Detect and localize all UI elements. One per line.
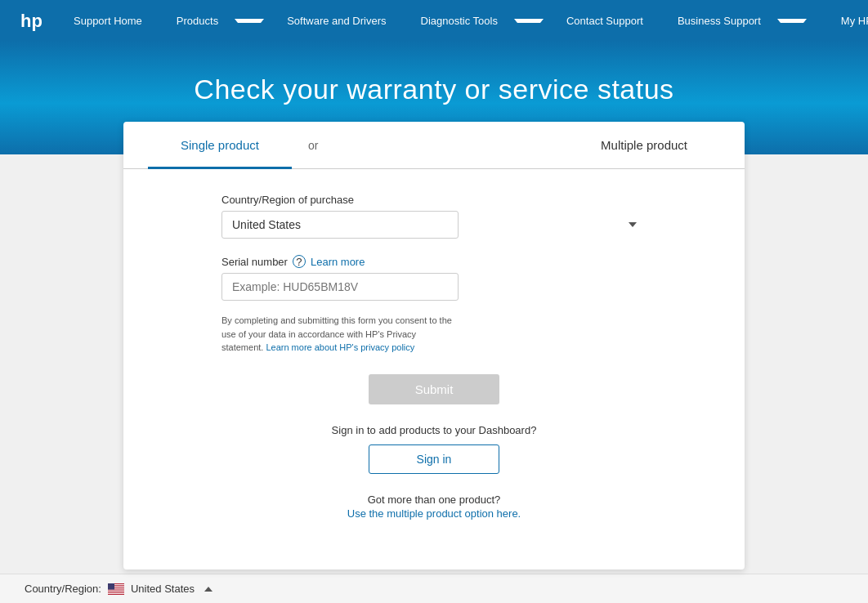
submit-button[interactable]: Submit bbox=[369, 374, 499, 404]
nav-item-support-home[interactable]: Support Home bbox=[62, 15, 154, 27]
hp-logo-icon: hp bbox=[16, 6, 46, 35]
select-chevron-icon bbox=[629, 222, 637, 227]
help-icon[interactable]: ? bbox=[293, 255, 306, 268]
chevron-down-icon bbox=[235, 19, 264, 23]
consent-text: By completing and submitting this form y… bbox=[221, 314, 459, 355]
privacy-policy-link[interactable]: Learn more about HP's privacy policy bbox=[266, 342, 414, 352]
country-select-wrapper: United States bbox=[221, 211, 647, 239]
serial-number-input[interactable] bbox=[221, 273, 459, 301]
signin-prompt: Sign in to add products to your Dashboar… bbox=[221, 424, 647, 436]
form-area: Country/Region of purchase United States… bbox=[123, 169, 745, 537]
nav-item-my-hp-account[interactable]: My HP Account bbox=[818, 15, 868, 27]
nav-item-contact-support[interactable]: Contact Support bbox=[555, 15, 655, 27]
chevron-down-icon bbox=[514, 19, 544, 23]
tab-multiple-product[interactable]: Multiple product bbox=[568, 122, 720, 168]
multiple-prompt-text: Got more than one product? bbox=[221, 494, 647, 506]
chevron-down-icon bbox=[777, 19, 807, 23]
navigation: hp Support Home Products Software and Dr… bbox=[0, 0, 868, 41]
country-label: Country/Region of purchase bbox=[221, 194, 647, 206]
nav-item-software-drivers[interactable]: Software and Drivers bbox=[275, 15, 397, 27]
tab-bar: Single product or Multiple product bbox=[123, 122, 745, 169]
page-title: Check your warranty or service status bbox=[16, 74, 852, 105]
warranty-card: Single product or Multiple product Count… bbox=[123, 122, 745, 570]
signin-button[interactable]: Sign in bbox=[369, 444, 499, 474]
serial-number-label: Serial number bbox=[221, 256, 288, 268]
svg-text:hp: hp bbox=[20, 11, 43, 31]
multiple-product-prompt: Got more than one product? Use the multi… bbox=[221, 494, 647, 520]
tab-separator: or bbox=[292, 139, 334, 152]
serial-label-row: Serial number ? Learn more bbox=[221, 255, 647, 268]
multiple-product-link[interactable]: Use the multiple product option here. bbox=[347, 507, 521, 520]
nav-item-diagnostic-tools[interactable]: Diagnostic Tools bbox=[398, 15, 555, 27]
main-container: Single product or Multiple product Count… bbox=[0, 122, 868, 594]
country-select[interactable]: United States bbox=[221, 211, 459, 239]
tab-single-product[interactable]: Single product bbox=[148, 122, 292, 168]
nav-item-business-support[interactable]: Business Support bbox=[655, 15, 818, 27]
learn-more-link[interactable]: Learn more bbox=[311, 256, 365, 268]
nav-item-products[interactable]: Products bbox=[154, 15, 275, 27]
nav-menu: Support Home Products Software and Drive… bbox=[62, 15, 868, 27]
